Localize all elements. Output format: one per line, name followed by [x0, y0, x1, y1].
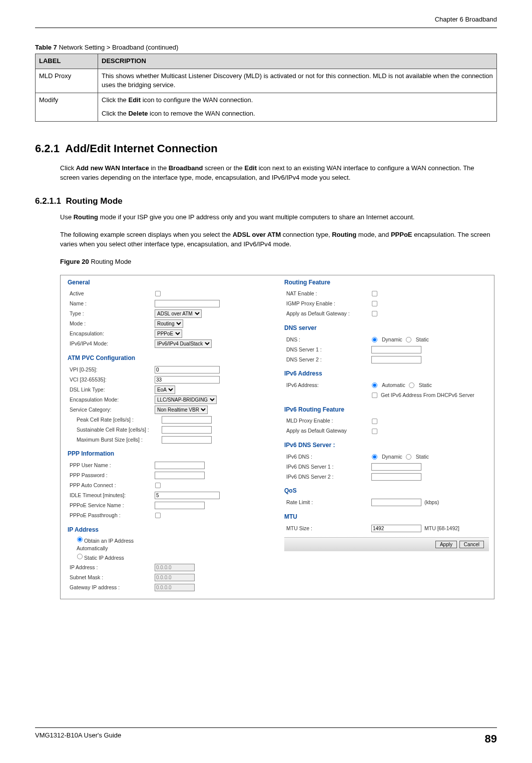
figure-caption-bold: Figure 20	[60, 258, 89, 265]
ipv6-defgw-checkbox[interactable]	[372, 429, 377, 434]
ipv6dns-static-radio[interactable]	[406, 454, 411, 460]
group-routing-feature: Routing Feature	[284, 278, 489, 287]
page-footer: VMG1312-B10A User's Guide 89	[35, 727, 497, 747]
ipv6-dhcp-checkbox[interactable]	[372, 393, 377, 398]
table7-caption: Table 7 Network Setting > Broadband (con…	[35, 43, 497, 53]
ppp-user-input[interactable]	[155, 462, 205, 469]
group-mtu: MTU	[284, 513, 489, 521]
nat-checkbox[interactable]	[372, 291, 377, 296]
encap-select[interactable]: PPPoE	[155, 329, 182, 338]
label-mld: MLD Proxy Enable :	[284, 417, 371, 425]
ipmode-select[interactable]: IPv6/IPv4 DualStack	[155, 339, 212, 348]
group-qos: QoS	[284, 487, 489, 495]
ipv6dns1-input[interactable]	[371, 463, 421, 471]
ppp-auto-checkbox[interactable]	[155, 483, 161, 488]
label-pppoe-passthrough: PPPoE Passthrough :	[68, 512, 155, 519]
group-ipv6-routing: IPv6 Routing Feature	[284, 406, 489, 414]
button-bar: Apply Cancel	[284, 537, 489, 551]
label-dsl-link: DSL Link Type:	[68, 386, 155, 394]
section-para: Use Routing mode if your ISP give you on…	[60, 213, 494, 222]
label-ipmode: IPv6/IPv4 Mode:	[68, 340, 155, 347]
burst-input[interactable]	[162, 436, 212, 444]
chapter-heading: Chapter 6 Broadband	[35, 15, 497, 25]
label-vci: VCI [32-65535]:	[68, 376, 155, 384]
figure-caption-rest: Routing Mode	[89, 258, 132, 265]
label-subnet: Subnet Mask :	[68, 574, 155, 581]
label-ipv6addr: IPv6 Address:	[284, 381, 371, 389]
ipv6-auto-label: Automatic	[382, 381, 405, 389]
encapmode-select[interactable]: LLC/SNAP-BRIDGING	[155, 396, 217, 404]
vci-input[interactable]	[155, 376, 220, 384]
ip-auto-radio[interactable]	[77, 537, 83, 542]
dns-static-radio[interactable]	[406, 337, 411, 342]
label-ipv6dns2: IPv6 DNS Server 2 :	[284, 473, 371, 481]
gateway-input[interactable]	[155, 584, 195, 591]
mtu-range: MTU [68-1492]	[424, 525, 459, 532]
pppoe-service-input[interactable]	[155, 502, 205, 509]
subnet-input[interactable]	[155, 574, 195, 581]
dns-dynamic-radio[interactable]	[372, 337, 377, 342]
name-input[interactable]	[155, 300, 220, 307]
label-cell: Modify	[36, 93, 98, 122]
cancel-button[interactable]: Cancel	[459, 541, 484, 548]
desc-cell: Click the Edit icon to configure the WAN…	[98, 93, 497, 122]
label-pppoe-service: PPPoE Service Name :	[68, 502, 155, 509]
ip-input[interactable]	[155, 564, 195, 571]
label-ppp-user: PPP User Name :	[68, 462, 155, 469]
mld-checkbox[interactable]	[372, 419, 377, 424]
label-ppp-pass: PPP Password :	[68, 472, 155, 479]
ipv6dns-dynamic-radio[interactable]	[372, 454, 377, 460]
label-sustain: Sustainable Cell Rate [cells/s] :	[68, 426, 162, 434]
ipv6-dhcp-label: Get IPv6 Address From DHCPv6 Server	[381, 392, 474, 399]
service-cat-select[interactable]: Non Realtime VBR	[155, 406, 208, 414]
ip-static-radio[interactable]	[77, 554, 83, 559]
rate-limit-input[interactable]	[371, 499, 421, 506]
label-ppp-auto: PPP Auto Connect :	[68, 482, 155, 489]
table7-head-desc: DESCRIPTION	[98, 54, 497, 69]
label-idle: IDLE Timeout [minutes]:	[68, 492, 155, 499]
sustain-input[interactable]	[162, 426, 212, 434]
peak-input[interactable]	[162, 416, 212, 424]
ipv6-auto-radio[interactable]	[372, 383, 377, 388]
ip-static-label: Static IP Address	[84, 555, 124, 561]
section-para: The following example screen displays wh…	[60, 230, 494, 249]
dns2-input[interactable]	[371, 356, 421, 363]
desc-line: This shows whether Multicast Listener Di…	[102, 72, 493, 91]
label-mtu: MTU Size :	[284, 525, 371, 532]
group-general: General	[68, 278, 272, 287]
table-row: MLD Proxy This shows whether Multicast L…	[36, 69, 497, 93]
group-ipaddress: IP Address	[68, 526, 272, 534]
ipv6-static-radio[interactable]	[409, 383, 414, 388]
mtu-input[interactable]	[371, 525, 421, 532]
figure20-caption: Figure 20 Routing Mode	[60, 257, 494, 267]
pppoe-passthrough-checkbox[interactable]	[155, 513, 161, 518]
dns1-input[interactable]	[371, 346, 421, 353]
ppp-pass-input[interactable]	[155, 472, 205, 479]
type-select[interactable]: ADSL over ATM	[155, 309, 202, 318]
opt-ip-auto: Obtain an IP Address Automatically	[68, 536, 162, 552]
label-type: Type :	[68, 310, 155, 317]
ipv6dns2-input[interactable]	[371, 473, 421, 481]
active-checkbox[interactable]	[155, 291, 161, 296]
label-cell: MLD Proxy	[36, 69, 98, 93]
desc-line: Click the Edit icon to configure the WAN…	[102, 96, 493, 105]
vpi-input[interactable]	[155, 366, 220, 373]
table7-caption-rest: Network Setting > Broadband (continued)	[57, 44, 178, 51]
ipv6-static-label: Static	[419, 381, 432, 389]
defgw-checkbox[interactable]	[372, 311, 377, 316]
label-rate-limit: Rate Limit :	[284, 499, 371, 506]
dsl-link-select[interactable]: EoA	[155, 386, 175, 394]
label-encap: Encapsulation:	[68, 330, 155, 337]
label-peak: Peak Cell Rate [cells/s] :	[68, 416, 162, 424]
section-6-2-1-heading: 6.2.1 Add/Edit Internet Connection	[35, 141, 497, 157]
group-atm: ATM PVC Configuration	[68, 354, 272, 362]
igmp-checkbox[interactable]	[372, 301, 377, 306]
idle-input[interactable]	[155, 492, 220, 499]
label-name: Name :	[68, 300, 155, 307]
desc-line: Click the Delete icon to remove the WAN …	[102, 109, 493, 119]
apply-button[interactable]: Apply	[435, 541, 457, 548]
dns-static-label: Static	[416, 336, 429, 343]
page-number: 89	[485, 731, 497, 747]
group-ipv6-dns: IPv6 DNS Server :	[284, 441, 489, 450]
mode-select[interactable]: Routing	[155, 319, 183, 328]
